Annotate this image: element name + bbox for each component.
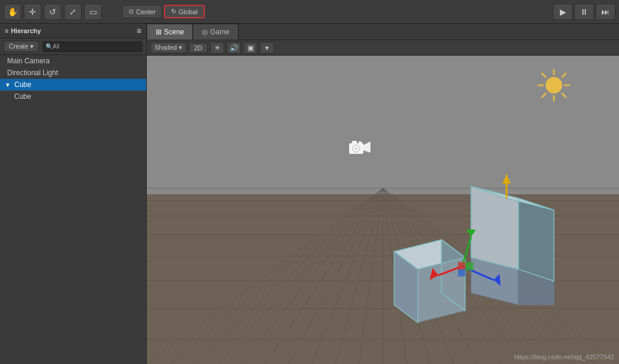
gizmos-icon-btn[interactable]: ▾ xyxy=(260,42,274,54)
rotate-tool-button[interactable]: ↺ xyxy=(44,4,62,20)
svg-line-40 xyxy=(542,94,546,97)
sun-icon xyxy=(536,67,572,103)
directional-light-label: Directional Light xyxy=(7,69,58,77)
hierarchy-item-cube-parent[interactable]: ▼ Cube xyxy=(0,79,146,91)
shaded-label: Shaded xyxy=(154,44,177,51)
center-icon: ⊙ xyxy=(128,8,134,15)
tab-game[interactable]: ◎ Game xyxy=(193,24,238,40)
svg-rect-73 xyxy=(458,269,465,276)
top-toolbar: ✋ ✛ ↺ ⤢ ▭ ⊙ Center ↻ Global ▶ ⏸ ⏭ xyxy=(0,0,619,24)
sun-light-icon-btn[interactable]: ☀ xyxy=(210,42,224,54)
step-button[interactable]: ⏭ xyxy=(595,4,615,20)
audio-icon-btn[interactable]: 🔊 xyxy=(227,42,241,54)
global-button[interactable]: ↻ Global xyxy=(164,5,205,18)
transform-group: ⊙ Center ↻ Global xyxy=(122,5,205,18)
hierarchy-item-main-camera[interactable]: Main Camera xyxy=(0,55,146,67)
create-button[interactable]: Create ▾ xyxy=(4,41,39,52)
hierarchy-item-cube-child[interactable]: Cube xyxy=(0,91,146,102)
svg-marker-49 xyxy=(518,198,554,281)
2d-button[interactable]: 2D xyxy=(189,43,208,53)
svg-rect-44 xyxy=(352,141,357,144)
main-camera-label: Main Camera xyxy=(7,57,50,65)
global-icon: ↻ xyxy=(171,8,176,15)
pause-button[interactable]: ⏸ xyxy=(574,4,594,20)
svg-rect-45 xyxy=(359,141,362,144)
hierarchy-header: ≡ Hierarchy ≡ xyxy=(0,24,146,38)
hierarchy-item-directional-light[interactable]: Directional Light xyxy=(0,67,146,79)
hierarchy-title: Hierarchy xyxy=(11,27,41,34)
global-label: Global xyxy=(179,8,198,15)
cube-child-label: Cube xyxy=(14,92,31,101)
fx-icon-btn[interactable]: ▣ xyxy=(243,42,257,54)
center-button[interactable]: ⊙ Center xyxy=(122,5,162,18)
play-controls: ▶ ⏸ ⏭ xyxy=(553,4,615,20)
search-icon: 🔍 xyxy=(46,43,53,50)
hierarchy-menu-icon: ≡ xyxy=(5,27,8,34)
game-tab-icon: ◎ xyxy=(202,28,208,36)
scale-tool-button[interactable]: ⤢ xyxy=(64,4,82,20)
rect-tool-button[interactable]: ▭ xyxy=(84,4,102,20)
scene-tab-label: Scene xyxy=(164,28,184,36)
hierarchy-toolbar: Create ▾ 🔍 All xyxy=(0,38,146,55)
svg-marker-70 xyxy=(502,175,511,183)
move-tool-button[interactable]: ✛ xyxy=(24,4,41,20)
shaded-arrow-icon: ▾ xyxy=(179,44,182,51)
center-label: Center xyxy=(136,8,156,15)
svg-line-39 xyxy=(562,73,566,77)
watermark: https://blog.csdn.net/qq_42577542 xyxy=(514,353,614,360)
shaded-dropdown[interactable]: Shaded ▾ xyxy=(150,42,186,53)
scene-tabs: ⊞ Scene ◎ Game xyxy=(147,24,619,40)
cubes-3d-view xyxy=(347,151,572,340)
viewport[interactable]: https://blog.csdn.net/qq_42577542 xyxy=(147,56,619,364)
game-tab-label: Game xyxy=(210,28,230,36)
scene-controls: Shaded ▾ 2D ☀ 🔊 ▣ ▾ xyxy=(147,40,619,56)
svg-point-43 xyxy=(354,147,358,150)
cube-parent-label: Cube xyxy=(14,80,31,89)
scene-tab-icon: ⊞ xyxy=(156,28,162,36)
hand-tool-button[interactable]: ✋ xyxy=(4,4,21,20)
search-field[interactable]: 🔍 All xyxy=(43,41,143,52)
hierarchy-options-icon: ≡ xyxy=(137,26,141,36)
tab-scene[interactable]: ⊞ Scene xyxy=(147,24,193,40)
svg-line-65 xyxy=(462,237,471,266)
svg-point-32 xyxy=(546,77,562,94)
svg-line-38 xyxy=(562,94,566,97)
svg-rect-72 xyxy=(465,262,473,270)
svg-rect-71 xyxy=(458,262,466,270)
expand-arrow-icon: ▼ xyxy=(5,82,11,88)
search-text: All xyxy=(53,43,59,50)
hierarchy-panel: ≡ Hierarchy ≡ Create ▾ 🔍 All Main Camera… xyxy=(0,24,147,364)
main-area: ≡ Hierarchy ≡ Create ▾ 🔍 All Main Camera… xyxy=(0,24,619,364)
scene-area: ⊞ Scene ◎ Game Shaded ▾ 2D ☀ 🔊 ▣ ▾ xyxy=(147,24,619,364)
play-button[interactable]: ▶ xyxy=(553,4,573,20)
svg-line-37 xyxy=(542,73,546,77)
